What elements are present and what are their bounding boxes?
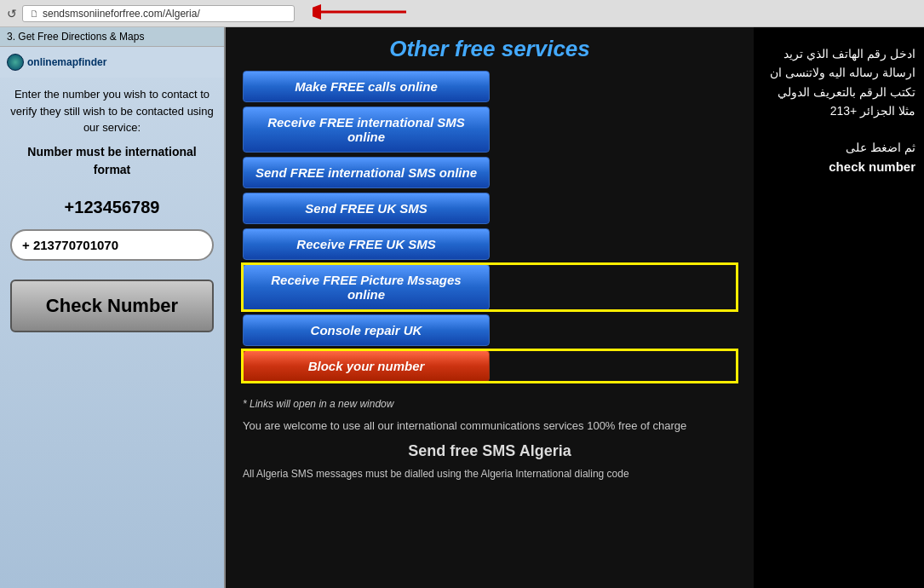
globe-icon — [7, 54, 24, 71]
page-icon: 🗋 — [30, 9, 39, 19]
send-intl-sms-button[interactable]: Send FREE international SMS online — [243, 157, 490, 188]
sidebar-instructions: Enter the number you wish to contact to … — [0, 78, 224, 191]
check-number-button[interactable]: Check Number — [10, 280, 214, 332]
algeria-note: All Algeria SMS messages must be dialled… — [226, 464, 754, 485]
instruction-text: Enter the number you wish to contact to … — [10, 88, 213, 134]
buttons-container: Make FREE calls online Receive FREE inte… — [243, 71, 737, 386]
logo-area: onlinemapfinder — [0, 47, 224, 78]
block-number-button[interactable]: Block your number — [243, 350, 490, 382]
services-panel: Other free services Make FREE calls onli… — [226, 27, 754, 395]
footer-note: * Links will open in a new window — [226, 395, 754, 413]
send-uk-sms-button[interactable]: Send FREE UK SMS — [243, 193, 490, 224]
sidebar-nav-item[interactable]: 3. Get Free Directions & Maps — [0, 27, 224, 47]
format-label: Number must be international format — [10, 143, 214, 179]
make-calls-button[interactable]: Make FREE calls online — [243, 71, 490, 102]
phone-input-group — [0, 224, 224, 266]
content-row: Other free services Make FREE calls onli… — [226, 27, 924, 588]
sidebar: 3. Get Free Directions & Maps onlinemapf… — [0, 27, 226, 588]
reload-icon[interactable]: ↺ — [7, 7, 17, 20]
arabic-text-2: ثم اضغط على check number — [762, 138, 915, 177]
receive-uk-sms-button[interactable]: Receive FREE UK SMS — [243, 228, 490, 260]
url-bar[interactable]: 🗋 sendsmsoniineforfree.com/Algeria/ — [22, 5, 295, 22]
browser-toolbar: ↺ 🗋 sendsmsoniineforfree.com/Algeria/ — [0, 0, 924, 27]
receive-picture-button[interactable]: Receive FREE Picture Mssages online — [243, 264, 490, 310]
receive-intl-sms-button[interactable]: Receive FREE international SMS online — [243, 107, 490, 153]
console-repair-button[interactable]: Console repair UK — [243, 314, 490, 346]
send-free-title: Send free SMS Algeria — [226, 437, 754, 464]
arabic-text-1: ادخل رقم الهاتف الذي تريد ارسالة رساله ا… — [762, 44, 915, 121]
phone-example: +123456789 — [0, 198, 224, 217]
red-arrow-annotation — [313, 0, 415, 28]
check-button-group: Check Number — [0, 266, 224, 346]
welcome-text: You are welcome to use all our internati… — [226, 413, 754, 437]
arabic-check-label: check number — [829, 159, 915, 174]
page-content: 3. Get Free Directions & Maps onlinemapf… — [0, 27, 924, 588]
arabic-panel: ادخل رقم الهاتف الذي تريد ارسالة رساله ا… — [754, 27, 924, 588]
logo-text: onlinemapfinder — [27, 56, 106, 68]
yellow-box-2: Block your number — [243, 350, 737, 382]
url-text: sendsmsoniineforfree.com/Algeria/ — [43, 8, 200, 20]
yellow-box-1: Receive FREE Picture Mssages online — [243, 264, 737, 310]
services-panel-wrapper: Other free services Make FREE calls onli… — [226, 27, 754, 588]
services-title: Other free services — [243, 36, 737, 62]
phone-input[interactable] — [10, 229, 214, 261]
